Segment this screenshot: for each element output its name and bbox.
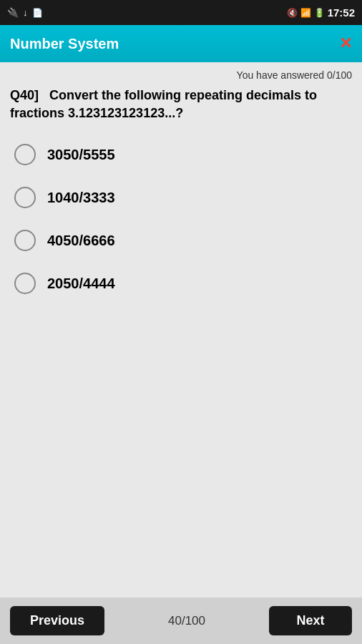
radio-a-inner (21, 151, 29, 158)
option-item[interactable]: 1040/3333 (10, 180, 352, 215)
usb-icon: 🔌 (7, 7, 19, 18)
battery-icon: 🔋 (314, 8, 325, 18)
radio-b[interactable] (14, 187, 36, 208)
bottom-nav: Previous 40/100 Next (0, 597, 362, 644)
radio-d-inner (21, 280, 29, 287)
radio-b-inner (21, 194, 29, 201)
option-label-d: 2050/4444 (47, 275, 115, 292)
option-label-a: 3050/5555 (47, 147, 115, 163)
doc-icon: 📄 (32, 8, 43, 18)
option-label-c: 4050/6666 (47, 233, 115, 249)
question-text: Q40] Convert the following repeating dec… (10, 87, 352, 122)
time-display: 17:52 (328, 6, 355, 19)
radio-d[interactable] (14, 273, 36, 294)
option-item[interactable]: 3050/5555 (10, 137, 352, 172)
close-button[interactable]: ✕ (339, 34, 352, 53)
app-header: Number System ✕ (0, 25, 362, 62)
app-title: Number System (10, 36, 119, 52)
radio-c-inner (21, 237, 29, 244)
option-item[interactable]: 2050/4444 (10, 265, 352, 301)
options-list: 3050/5555 1040/3333 4050/6666 2050/4444 (10, 137, 352, 301)
main-content: You have answered 0/100 Q40] Convert the… (0, 62, 362, 597)
signal-icon: 📶 (300, 8, 311, 18)
question-number: Q40] (10, 88, 39, 102)
download-icon: ↓ (23, 7, 28, 18)
radio-a[interactable] (14, 144, 36, 165)
radio-c[interactable] (14, 230, 36, 251)
muted-icon: 🔇 (287, 8, 298, 18)
next-button[interactable]: Next (269, 606, 352, 635)
status-icons-right: 🔇 📶 🔋 17:52 (287, 6, 355, 19)
question-body: Convert the following repeating decimals… (10, 88, 317, 120)
option-item[interactable]: 4050/6666 (10, 223, 352, 258)
status-icons-left: 🔌 ↓ 📄 (7, 7, 43, 18)
status-bar: 🔌 ↓ 📄 🔇 📶 🔋 17:52 (0, 0, 362, 25)
answered-progress: You have answered 0/100 (10, 69, 352, 81)
previous-button[interactable]: Previous (10, 606, 104, 635)
option-label-b: 1040/3333 (47, 190, 115, 206)
page-indicator: 40/100 (168, 614, 205, 628)
